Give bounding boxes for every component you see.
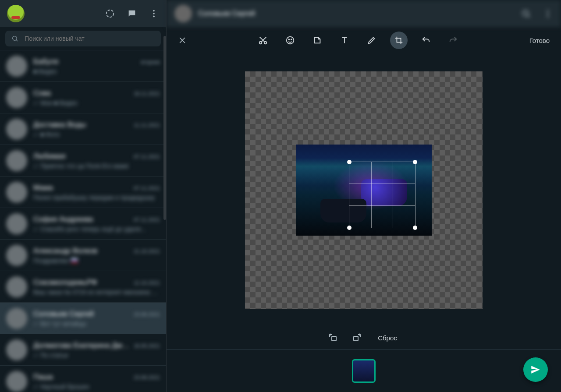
chat-time: 16.11.2021: [134, 91, 160, 97]
chat-preview: ✓ Мои ■ Видео: [33, 99, 160, 106]
chat-time: 21.10.2021: [134, 248, 160, 254]
chat-time: 07.11.2021: [134, 217, 160, 223]
close-button[interactable]: [177, 35, 188, 46]
redo-icon[interactable]: [444, 32, 462, 49]
chat-avatar: [6, 182, 27, 203]
chat-time: 23.08.2021: [134, 311, 160, 318]
crop-selection[interactable]: [349, 162, 415, 228]
chat-name: Любимая: [33, 152, 66, 161]
chat-name: Долматова Екатерина Дмитр...: [33, 341, 134, 350]
chat-preview: ✓ ■ Фото: [33, 131, 160, 138]
chat-time: вторник: [141, 59, 160, 65]
crop-handle-top-right[interactable]: [413, 160, 417, 164]
svg-line-7: [528, 15, 530, 18]
search-box[interactable]: [5, 31, 161, 46]
draw-tool-icon[interactable]: [363, 32, 380, 49]
chat-item[interactable]: Бабуля вторник ■ Видео: [0, 50, 166, 81]
new-chat-icon[interactable]: [127, 8, 137, 19]
chat-avatar: [6, 119, 27, 140]
chat-item[interactable]: Долматова Екатерина Дмитр... 16.05.2021 …: [0, 334, 166, 365]
chat-item[interactable]: Сова 16.11.2021 ✓ Мои ■ Видео: [0, 81, 166, 113]
crop-tool-icon[interactable]: [390, 32, 408, 49]
done-button[interactable]: Готово: [529, 35, 550, 46]
chat-preview: Поздравляю 🇷🇺: [33, 257, 160, 264]
chat-time: 07.11.2021: [134, 185, 160, 191]
crop-handle-bottom-left[interactable]: [347, 226, 352, 230]
crop-controls-bar: Сброс: [167, 326, 561, 349]
text-tool-icon[interactable]: [336, 32, 353, 49]
contact-name[interactable]: Соловьев Сергей: [198, 10, 255, 18]
cut-tool-icon[interactable]: [254, 32, 272, 49]
header-search-icon[interactable]: [521, 8, 531, 19]
chat-avatar: [6, 150, 27, 171]
chat-avatar: [6, 276, 27, 297]
chat-item[interactable]: Доставка Воды 11.11.2021 ✓ ■ Фото: [0, 113, 166, 145]
chat-name: София Андреева: [33, 215, 93, 224]
reset-button[interactable]: Сброс: [375, 332, 400, 343]
chat-avatar: [6, 339, 27, 360]
profile-avatar[interactable]: [7, 5, 25, 22]
crop-handle-bottom-right[interactable]: [413, 226, 417, 230]
svg-point-1: [153, 10, 155, 12]
chat-list[interactable]: Бабуля вторник ■ Видео Сова 16.11.2021 ✓…: [0, 50, 166, 392]
sidebar-header: [0, 0, 166, 27]
chat-item[interactable]: Мама 07.11.2021 Понял прабабушку передам…: [0, 176, 166, 208]
svg-point-9: [547, 13, 549, 14]
chat-preview: ■ Видео: [33, 68, 160, 75]
chat-time: 11.11.2021: [134, 122, 160, 128]
chat-avatar: [6, 213, 27, 234]
chat-preview: Ваш заказ № 0724 из интернет-магазина Со…: [33, 289, 160, 296]
conversation-header: Соловьев Сергей: [167, 0, 561, 27]
chat-item[interactable]: София Андреева 07.11.2021 ✓ Спасибо рого…: [0, 208, 166, 239]
send-button[interactable]: [523, 357, 548, 382]
chat-preview: ✓ Вот тут китайцы: [33, 320, 160, 327]
chat-name: Бабуля: [33, 57, 58, 66]
search-icon: [11, 35, 18, 42]
chat-name: Доставка Воды: [33, 120, 86, 129]
svg-point-17: [287, 37, 294, 44]
status-icon[interactable]: [105, 8, 115, 19]
scrollbar[interactable]: [163, 36, 166, 220]
emoji-tool-icon[interactable]: [281, 32, 299, 49]
chat-preview: ✓ Спасибо рого теперь ещё до удале...: [33, 226, 160, 233]
chat-item[interactable]: Соловьев Сергей 23.08.2021 ✓ Вот тут кит…: [0, 302, 166, 334]
svg-point-18: [288, 39, 289, 40]
chat-preview: ✓ По статье: [33, 352, 160, 359]
svg-rect-23: [354, 336, 358, 341]
chat-name: Соловьев Сергей: [33, 310, 94, 318]
undo-icon[interactable]: [417, 32, 435, 49]
chat-name: Паша: [33, 373, 53, 381]
chat-time: 12.10.2021: [134, 280, 160, 286]
chat-time: 07.11.2021: [134, 154, 160, 160]
rotate-left-icon[interactable]: [328, 332, 338, 343]
svg-point-3: [153, 16, 155, 18]
svg-point-4: [13, 36, 17, 41]
chat-item[interactable]: Любимая 07.11.2021 ✓ Приятно что ца Поля…: [0, 145, 166, 176]
svg-point-8: [547, 10, 549, 12]
chat-name: Мама: [33, 184, 53, 192]
chat-item[interactable]: Александр Волков 21.10.2021 Поздравляю 🇷…: [0, 239, 166, 271]
crop-workspace: [167, 53, 561, 326]
chat-item[interactable]: СоюзмолодежьРФ 12.10.2021 Ваш заказ № 07…: [0, 271, 166, 302]
svg-rect-22: [332, 336, 336, 341]
chat-avatar: [6, 245, 27, 266]
chat-name: Сова: [33, 89, 51, 98]
chat-name: Александр Волков: [33, 247, 97, 255]
chat-item[interactable]: Паша 23.08.2021 ✓ Научный брошен: [0, 365, 166, 392]
crop-handle-top-left[interactable]: [347, 160, 352, 164]
editor-panel: Соловьев Сергей: [167, 0, 561, 392]
rotate-right-icon[interactable]: [352, 332, 362, 343]
editor-toolbar: Готово: [167, 27, 561, 53]
sticker-tool-icon[interactable]: [309, 32, 326, 49]
svg-point-19: [291, 39, 292, 40]
contact-avatar[interactable]: [174, 5, 192, 22]
chat-avatar: [6, 56, 27, 77]
chat-name: СоюзмолодежьРФ: [33, 278, 97, 287]
header-menu-icon[interactable]: [543, 8, 553, 19]
menu-dots-icon[interactable]: [149, 8, 159, 19]
attachment-thumbnail[interactable]: [352, 359, 376, 383]
svg-line-5: [16, 40, 18, 41]
attachment-strip: [167, 349, 561, 392]
chat-preview: ✓ Научный брошен: [33, 383, 160, 390]
search-input[interactable]: [25, 35, 155, 42]
